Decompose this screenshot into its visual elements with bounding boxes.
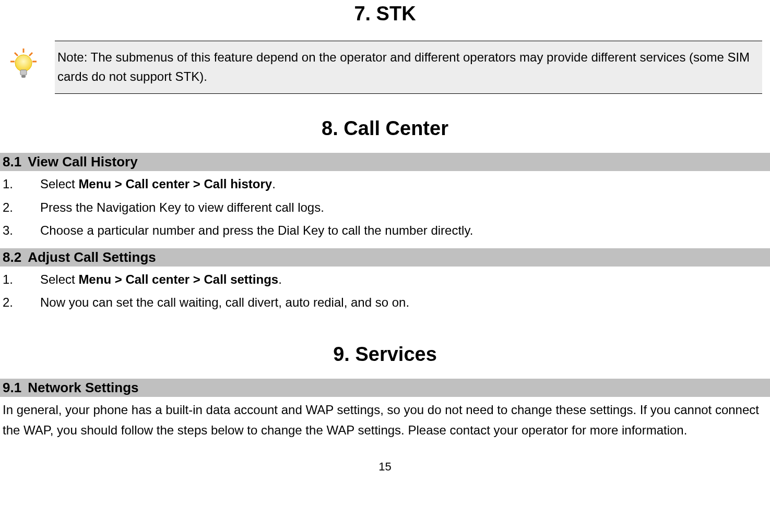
heading-9-services: 9. Services: [0, 341, 770, 366]
text-bold: Menu > Call center > Call settings: [78, 272, 278, 286]
subheading-title: Network Settings: [28, 380, 138, 395]
subheading-9-1: 9.1Network Settings: [0, 379, 770, 397]
subheading-num: 9.1: [3, 380, 21, 396]
list-number: 1.: [3, 270, 40, 289]
list-text: Select Menu > Call center > Call setting…: [40, 270, 767, 289]
subheading-title: View Call History: [28, 154, 138, 170]
list-item: 2. Now you can set the call waiting, cal…: [3, 293, 767, 312]
list-8-2: 1. Select Menu > Call center > Call sett…: [0, 267, 770, 320]
list-text: Select Menu > Call center > Call history…: [40, 174, 767, 194]
list-number: 1.: [3, 174, 40, 194]
svg-rect-6: [20, 70, 27, 75]
page-number: 15: [0, 460, 770, 474]
note-text: Note: The submenus of this feature depen…: [57, 50, 750, 83]
list-number: 3.: [3, 221, 40, 240]
svg-line-2: [29, 53, 32, 56]
text-run: .: [272, 177, 276, 191]
paragraph-9-1: In general, your phone has a built-in da…: [0, 397, 770, 444]
list-item: 2. Press the Navigation Key to view diff…: [3, 198, 767, 217]
document-page: 7. STK Note: The submenus of this featur…: [0, 0, 770, 484]
list-text: Choose a particular number and press the…: [40, 221, 767, 240]
list-text: Press the Navigation Key to view differe…: [40, 198, 767, 217]
heading-7-stk: 7. STK: [0, 0, 770, 25]
list-number: 2.: [3, 198, 40, 217]
list-item: 1. Select Menu > Call center > Call hist…: [3, 174, 767, 194]
text-run: .: [278, 272, 282, 286]
svg-point-5: [15, 55, 32, 71]
list-text: Now you can set the call waiting, call d…: [40, 293, 767, 312]
subheading-num: 8.1: [3, 154, 21, 170]
svg-rect-7: [21, 75, 26, 78]
text-run: Select: [40, 177, 78, 191]
subheading-title: Adjust Call Settings: [28, 249, 156, 265]
heading-8-call-center: 8. Call Center: [0, 115, 770, 140]
list-number: 2.: [3, 293, 40, 312]
list-item: 1. Select Menu > Call center > Call sett…: [3, 270, 767, 289]
subheading-8-2: 8.2Adjust Call Settings: [0, 248, 770, 267]
note-box: Note: The submenus of this feature depen…: [55, 41, 762, 94]
list-item: 3. Choose a particular number and press …: [3, 221, 767, 240]
svg-line-1: [15, 53, 18, 56]
subheading-8-1: 8.1View Call History: [0, 153, 770, 171]
subheading-num: 8.2: [3, 249, 21, 265]
light-bulb-icon: [8, 46, 39, 82]
list-8-1: 1. Select Menu > Call center > Call hist…: [0, 171, 770, 248]
text-run: Select: [40, 272, 78, 286]
text-bold: Menu > Call center > Call history: [78, 177, 272, 191]
note-row: Note: The submenus of this feature depen…: [0, 41, 770, 94]
